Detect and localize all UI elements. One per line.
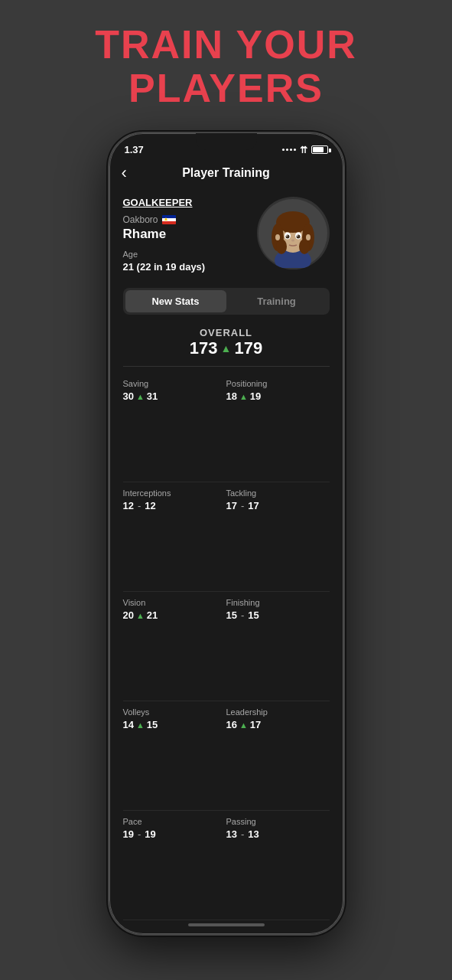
svg-point-17 — [306, 234, 311, 240]
stat-new: 13 — [248, 828, 259, 840]
status-time: 1.37 — [125, 144, 144, 155]
stat-item: Vision20▲21 — [123, 592, 226, 701]
age-label: Age — [123, 250, 248, 259]
stat-new: 17 — [250, 719, 261, 730]
battery-icon — [311, 145, 328, 154]
svg-point-15 — [291, 239, 294, 241]
stat-new: 17 — [248, 500, 259, 511]
stat-value: 20▲21 — [123, 609, 226, 621]
player-info: GOALKEEPER Oakboro Rhame Age 21 (22 in 1… — [123, 197, 248, 273]
stat-old: 13 — [226, 828, 237, 840]
stat-label: Positioning — [226, 379, 330, 388]
stat-new: 12 — [145, 500, 155, 511]
stat-value: 13 - 13 — [226, 828, 330, 840]
stat-old: 14 — [123, 719, 134, 730]
avatar-svg — [259, 199, 327, 268]
age-value: 21 (22 in 19 days) — [123, 261, 248, 273]
svg-point-13 — [286, 235, 288, 237]
overall-label: OVERALL — [109, 327, 343, 338]
player-section: GOALKEEPER Oakboro Rhame Age 21 (22 in 1… — [109, 186, 343, 280]
stat-label: Volleys — [123, 707, 226, 717]
stat-old: 15 — [226, 609, 237, 621]
nav-title: Player Training — [182, 166, 270, 180]
phone-notch — [196, 133, 257, 150]
player-club-row: Oakboro — [123, 214, 248, 225]
stat-item: Volleys14▲15 — [123, 701, 226, 811]
overall-section: OVERALL 173 ▲ 179 — [109, 321, 343, 363]
overall-arrow: ▲ — [221, 342, 232, 354]
svg-point-16 — [275, 234, 280, 240]
stat-new: 15 — [248, 609, 259, 621]
stat-item: Leadership16▲17 — [226, 701, 330, 811]
stat-arrow: ▲ — [136, 611, 145, 620]
player-name: Rhame — [123, 227, 248, 242]
country-flag — [162, 215, 176, 224]
stat-old: 12 — [123, 500, 134, 511]
stat-label: Finishing — [226, 598, 330, 607]
svg-point-14 — [297, 235, 298, 237]
stat-old: 17 — [226, 500, 237, 511]
stat-arrow: ▲ — [239, 392, 248, 401]
overall-value: 173 ▲ 179 — [109, 338, 343, 358]
stat-value: 19 - 19 — [123, 828, 226, 840]
player-position: GOALKEEPER — [123, 197, 248, 208]
stat-item: Tackling17 - 17 — [226, 482, 330, 592]
stat-old: 19 — [123, 828, 134, 840]
headline-text: TRAIN YOUR PLAYERS — [95, 23, 357, 110]
phone-frame: 1.37 ⇈ ‹ Player Training GOALKEEPER Oakb… — [108, 132, 345, 936]
stat-arrow: ▲ — [136, 392, 145, 401]
wifi-icon: ⇈ — [300, 145, 307, 155]
stat-arrow: ▲ — [239, 720, 248, 730]
svg-point-8 — [299, 239, 310, 254]
stat-old: 16 — [226, 719, 237, 730]
stat-item: Saving30▲31 — [123, 373, 226, 482]
stat-item: Positioning18▲19 — [226, 373, 330, 482]
tab-bar: New Stats Training — [123, 288, 330, 315]
stat-item: Finishing15 - 15 — [226, 592, 330, 701]
stat-label: Saving — [123, 379, 226, 388]
stat-new: 19 — [250, 390, 261, 402]
nav-bar: ‹ Player Training — [109, 160, 343, 186]
player-avatar — [257, 197, 330, 270]
overall-new: 179 — [234, 338, 262, 358]
stat-new: 21 — [147, 609, 158, 621]
tab-training[interactable]: Training — [226, 290, 327, 312]
stat-value: 15 - 15 — [226, 609, 330, 621]
stat-value: 16▲17 — [226, 719, 330, 730]
stat-value: 17 - 17 — [226, 500, 330, 511]
stat-new: 15 — [147, 719, 158, 730]
club-name: Oakboro — [123, 214, 158, 225]
stat-value: 12 - 12 — [123, 500, 226, 511]
svg-point-12 — [297, 234, 301, 238]
stat-label: Passing — [226, 817, 330, 826]
stat-item: Interceptions12 - 12 — [123, 482, 226, 592]
stat-old: 30 — [123, 390, 134, 402]
stat-label: Vision — [123, 598, 226, 607]
stat-item: Pace19 - 19 — [123, 811, 226, 920]
stat-label: Interceptions — [123, 488, 226, 498]
headline-line1: TRAIN YOUR — [95, 22, 357, 67]
stats-grid: Saving30▲31Positioning18▲19Interceptions… — [109, 370, 343, 923]
stat-label: Pace — [123, 817, 226, 826]
overall-old: 173 — [190, 338, 218, 358]
stat-label: Tackling — [226, 488, 330, 498]
svg-point-11 — [286, 234, 290, 238]
stat-value: 30▲31 — [123, 390, 226, 402]
stat-value: 14▲15 — [123, 719, 226, 730]
stat-old: 20 — [123, 609, 134, 621]
stat-label: Leadership — [226, 707, 330, 717]
stat-old: 18 — [226, 390, 237, 402]
svg-point-7 — [276, 239, 287, 254]
stat-new: 19 — [145, 828, 155, 840]
stat-arrow: ▲ — [136, 720, 145, 730]
overall-divider — [123, 366, 330, 367]
back-button[interactable]: ‹ — [122, 163, 127, 183]
stat-item: Passing13 - 13 — [226, 811, 330, 920]
home-indicator — [188, 923, 265, 926]
stat-value: 18▲19 — [226, 390, 330, 402]
status-icons: ⇈ — [282, 145, 328, 155]
tab-new-stats[interactable]: New Stats — [125, 290, 226, 312]
signal-icon — [282, 149, 296, 151]
stat-new: 31 — [147, 390, 158, 402]
headline-line2: PLAYERS — [128, 66, 324, 110]
